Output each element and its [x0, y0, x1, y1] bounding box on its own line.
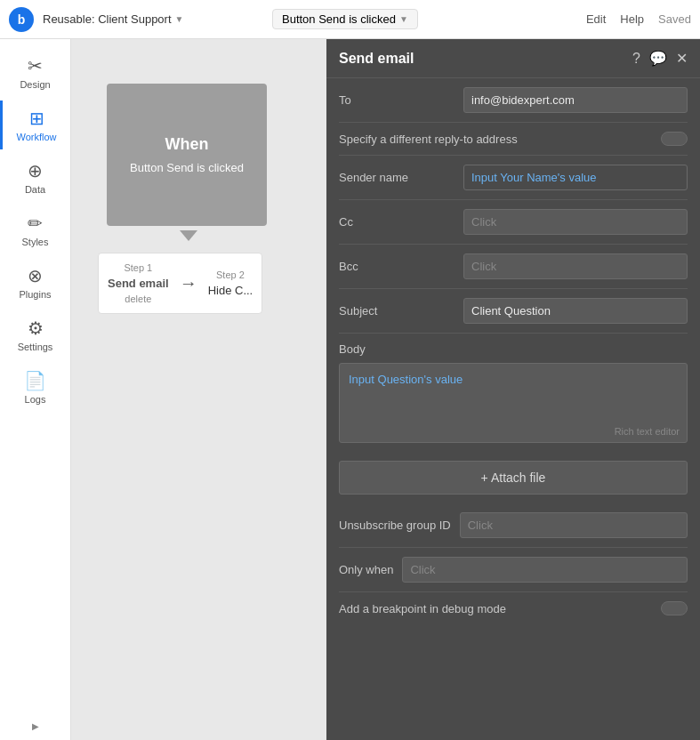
trigger-chevron-icon: ▼ — [399, 14, 408, 24]
to-label: To — [339, 93, 455, 107]
sidebar-item-logs[interactable]: 📄 Logs — [0, 363, 70, 412]
sidebar-item-settings[interactable]: ⚙ Settings — [0, 310, 70, 359]
rich-text-editor-label[interactable]: Rich text editor — [615, 426, 680, 437]
sidebar-item-styles[interactable]: ✏ Styles — [0, 205, 70, 254]
data-icon: ⊕ — [28, 160, 43, 181]
subject-value[interactable]: Client Question — [463, 298, 688, 324]
send-email-panel: Send email ? 💬 ✕ To info@bidexpert.com S… — [326, 39, 700, 740]
plugins-icon: ⊗ — [28, 265, 43, 286]
sidebar-item-design[interactable]: ✂ Design — [0, 48, 70, 97]
sidebar-item-styles-label: Styles — [22, 237, 49, 247]
reply-to-row: Specify a different reply-to address — [339, 123, 688, 156]
body-placeholder: Input Question's value — [349, 373, 463, 386]
reply-to-label: Specify a different reply-to address — [339, 133, 652, 146]
panel-title: Send email — [339, 51, 625, 67]
trigger-dropdown[interactable]: Button Send is clicked ▼ — [272, 9, 418, 29]
workflow-icon: ⊞ — [29, 108, 44, 129]
to-row: To info@bidexpert.com — [339, 78, 688, 123]
app-name-dropdown[interactable]: Reusable: Client Support ▼ — [43, 12, 183, 26]
topbar-right: Edit Help Saved — [586, 12, 691, 26]
step2-label: Step 2 — [216, 269, 245, 280]
step1-box[interactable]: Step 1 Send email delete — [108, 262, 169, 304]
sender-name-label: Sender name — [339, 171, 455, 184]
styles-icon: ✏ — [28, 213, 43, 234]
close-icon[interactable]: ✕ — [676, 50, 688, 67]
panel-body: To info@bidexpert.com Specify a differen… — [326, 78, 700, 740]
bcc-value[interactable]: Click — [463, 253, 688, 279]
sidebar-item-plugins-label: Plugins — [19, 289, 51, 300]
sidebar-item-data-label: Data — [25, 184, 45, 195]
subject-row: Subject Client Question — [339, 289, 688, 334]
unsubscribe-row: Unsubscribe group ID Click — [339, 503, 688, 548]
sidebar-expand-arrow[interactable]: ▶ — [32, 721, 39, 731]
when-title: When — [165, 135, 209, 154]
app-logo: b — [9, 7, 34, 32]
sidebar-item-logs-label: Logs — [25, 394, 46, 405]
body-label: Body — [339, 342, 688, 356]
cc-value[interactable]: Click — [463, 209, 688, 235]
step2-box[interactable]: Step 2 Hide C... — [208, 269, 253, 297]
logs-icon: 📄 — [24, 370, 46, 391]
reply-to-toggle[interactable] — [661, 132, 688, 146]
attach-file-button[interactable]: + Attach file — [339, 461, 688, 495]
sidebar-item-settings-label: Settings — [18, 342, 53, 352]
only-when-value[interactable]: Click — [402, 557, 688, 583]
cc-label: Cc — [339, 215, 455, 229]
bcc-row: Bcc Click — [339, 245, 688, 289]
edit-link[interactable]: Edit — [586, 12, 606, 26]
unsubscribe-value[interactable]: Click — [460, 512, 688, 538]
when-block[interactable]: When Button Send is clicked — [107, 84, 267, 226]
step2-action: Hide C... — [208, 284, 253, 297]
step-arrow-icon: → — [180, 273, 197, 294]
chevron-down-icon: ▼ — [175, 14, 184, 24]
when-arrow-icon — [180, 230, 197, 241]
when-subtitle: Button Send is clicked — [130, 161, 244, 174]
workflow-canvas: When Button Send is clicked Step 1 Send … — [71, 39, 700, 740]
sidebar-item-workflow-label: Workflow — [16, 132, 56, 142]
help-icon[interactable]: ? — [632, 51, 640, 67]
subject-label: Subject — [339, 304, 455, 318]
sidebar-item-plugins[interactable]: ⊗ Plugins — [0, 258, 70, 307]
steps-row: Step 1 Send email delete → Step 2 Hide C… — [98, 253, 262, 314]
step1-action: Send email — [108, 277, 169, 290]
main-layout: ✂ Design ⊞ Workflow ⊕ Data ✏ Styles ⊗ Pl… — [0, 39, 700, 740]
only-when-label: Only when — [339, 563, 393, 576]
sidebar-item-design-label: Design — [20, 79, 50, 90]
saved-status: Saved — [658, 12, 691, 26]
debug-mode-row: Add a breakpoint in debug mode — [339, 592, 688, 624]
settings-icon: ⚙ — [28, 318, 44, 339]
step1-label: Step 1 — [124, 262, 152, 273]
attach-file-label: + Attach file — [481, 471, 546, 485]
only-when-row: Only when Click — [339, 548, 688, 592]
debug-label: Add a breakpoint in debug mode — [339, 602, 652, 615]
bcc-label: Bcc — [339, 260, 455, 273]
topbar: b Reusable: Client Support ▼ Button Send… — [0, 0, 700, 39]
to-value[interactable]: info@bidexpert.com — [463, 87, 688, 113]
sidebar-item-data[interactable]: ⊕ Data — [0, 153, 70, 202]
unsubscribe-label: Unsubscribe group ID — [339, 519, 451, 532]
body-section: Body Input Question's value Rich text ed… — [339, 334, 688, 452]
body-editor[interactable]: Input Question's value Rich text editor — [339, 363, 688, 443]
panel-header: Send email ? 💬 ✕ — [326, 39, 700, 78]
sender-name-row: Sender name Input Your Name's value — [339, 156, 688, 200]
app-name-label: Reusable: Client Support — [43, 12, 172, 26]
chat-icon[interactable]: 💬 — [649, 50, 667, 67]
sender-name-value[interactable]: Input Your Name's value — [463, 165, 688, 190]
step1-delete[interactable]: delete — [125, 294, 151, 304]
sidebar-item-workflow[interactable]: ⊞ Workflow — [0, 101, 70, 149]
cc-row: Cc Click — [339, 200, 688, 245]
panel-header-icons: ? 💬 ✕ — [632, 50, 688, 67]
scissors-icon: ✂ — [28, 55, 43, 76]
trigger-label: Button Send is clicked — [282, 12, 396, 26]
debug-toggle[interactable] — [661, 601, 688, 615]
sidebar: ✂ Design ⊞ Workflow ⊕ Data ✏ Styles ⊗ Pl… — [0, 39, 71, 740]
help-link[interactable]: Help — [620, 12, 644, 26]
